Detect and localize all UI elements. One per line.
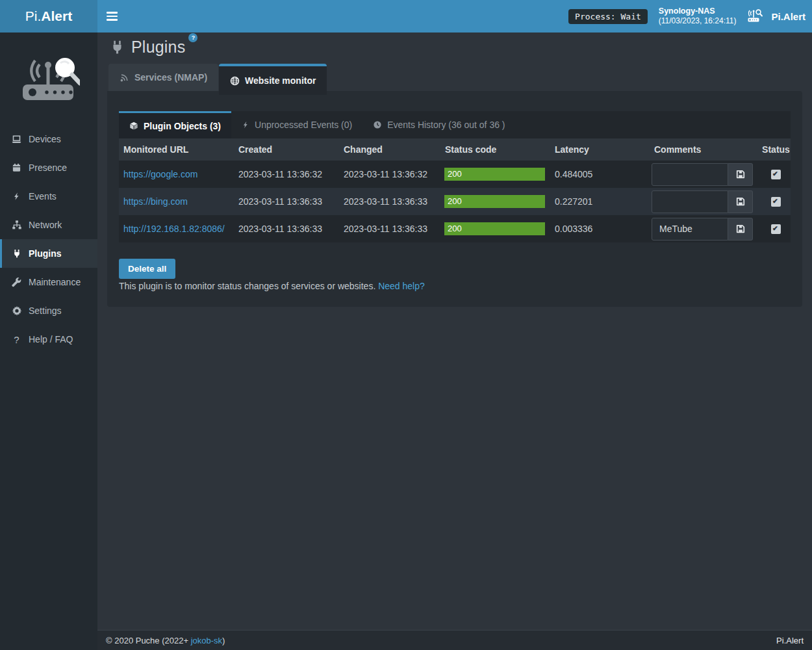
pialert-app: Pi.Alert Process: Wait Synology-NAS (11/… xyxy=(0,0,812,650)
comment-input-group xyxy=(652,218,753,240)
gear-icon xyxy=(10,306,23,316)
router-search-logo xyxy=(18,47,80,109)
status-checkbox[interactable] xyxy=(771,224,781,234)
sidebar-item-settings[interactable]: Settings xyxy=(0,296,97,325)
sidebar-item-label: Events xyxy=(29,191,57,202)
tab-label: Services (NMAP) xyxy=(134,72,207,83)
created-cell: 2023-03-11 13:36:32 xyxy=(234,169,339,179)
laptop-icon xyxy=(10,134,23,144)
changed-cell: 2023-03-11 13:36:33 xyxy=(339,196,444,207)
comment-input[interactable] xyxy=(652,218,728,240)
delete-all-button[interactable]: Delete all xyxy=(119,259,175,279)
tab-label: Website monitor xyxy=(245,75,316,86)
tab-events-history[interactable]: Events History (36 out of 36 ) xyxy=(362,111,515,138)
created-cell: 2023-03-11 13:36:33 xyxy=(234,224,339,234)
sidebar-item-network[interactable]: Network xyxy=(0,211,97,239)
status-checkbox[interactable] xyxy=(771,170,781,179)
wrench-icon xyxy=(10,277,23,287)
tab-unprocessed-events[interactable]: Unprocessed Events (0) xyxy=(231,111,362,138)
save-icon xyxy=(736,170,745,179)
page-header: Plugins ? xyxy=(110,34,197,60)
changed-cell: 2023-03-11 13:36:33 xyxy=(339,224,444,234)
sitemap-icon xyxy=(10,220,23,230)
sidebar-item-events[interactable]: Events xyxy=(0,182,97,211)
header-brand[interactable]: Pi.Alert xyxy=(747,8,806,24)
save-comment-button[interactable] xyxy=(728,190,753,213)
plug-icon xyxy=(10,248,23,259)
sidebar-item-label: Maintenance xyxy=(29,277,81,287)
sidebar-item-label: Devices xyxy=(29,134,61,144)
tab-plugin-objects[interactable]: Plugin Objects (3) xyxy=(119,111,231,138)
bolt-icon xyxy=(242,120,249,129)
need-help-link[interactable]: Need help? xyxy=(378,281,425,291)
created-cell: 2023-03-11 13:36:33 xyxy=(234,196,339,207)
monitored-url-link[interactable]: https://google.com xyxy=(123,169,197,179)
sidebar-item-help[interactable]: ? Help / FAQ xyxy=(0,325,97,354)
save-icon xyxy=(736,224,745,233)
signal-icon xyxy=(120,73,129,83)
hamburger-icon xyxy=(107,12,118,13)
sidebar-item-plugins[interactable]: Plugins xyxy=(0,239,97,268)
copyright-suffix: ) xyxy=(222,636,225,645)
latency-cell: 0.484005 xyxy=(550,169,652,179)
device-name: Synology-NAS xyxy=(659,6,737,16)
save-comment-button[interactable] xyxy=(728,163,753,186)
sidebar-item-label: Settings xyxy=(29,306,62,316)
calendar-icon xyxy=(10,162,23,173)
latency-cell: 0.003336 xyxy=(550,224,652,234)
monitored-urls-table: Monitored URL Created Changed Status cod… xyxy=(119,138,791,242)
sidebar-item-maintenance[interactable]: Maintenance xyxy=(0,268,97,296)
sidebar: Devices Presence Events Network xyxy=(0,32,97,650)
status-code-bar: 200 xyxy=(444,168,545,181)
jokob-sk-link[interactable]: jokob-sk xyxy=(191,636,222,645)
monitored-url-link[interactable]: http://192.168.1.82:8086/ xyxy=(123,224,225,234)
brand-prefix: Pi. xyxy=(25,8,42,24)
device-info: Synology-NAS (11/03/2023, 16:24:11) xyxy=(659,6,737,27)
table-row: http://192.168.1.82:8086/ 2023-03-11 13:… xyxy=(119,215,791,242)
plugin-tabs: Services (NMAP) Website monitor xyxy=(108,64,327,95)
description-text: This plugin is to monitor status changes… xyxy=(119,281,375,291)
status-code-bar: 200 xyxy=(444,195,545,208)
cube-icon xyxy=(129,122,138,131)
tab-website-monitor[interactable]: Website monitor xyxy=(219,64,327,95)
globe-icon xyxy=(230,76,240,86)
sidebar-item-label: Network xyxy=(29,220,62,230)
plugin-description: This plugin is to monitor status changes… xyxy=(119,281,425,291)
save-comment-button[interactable] xyxy=(728,218,753,240)
header-right-cluster: Process: Wait Synology-NAS (11/03/2023, … xyxy=(568,0,806,32)
footer: © 2020 Puche (2022+ jokob-sk) Pi.Alert xyxy=(97,630,812,650)
sidebar-item-label: Help / FAQ xyxy=(29,334,73,344)
comment-input-group xyxy=(652,190,753,213)
page-title: Plugins xyxy=(131,38,185,57)
header-brand-label: Pi.Alert xyxy=(771,11,806,22)
process-status-badge: Process: Wait xyxy=(568,9,648,24)
clock-icon xyxy=(373,120,382,129)
sidebar-menu: Devices Presence Events Network xyxy=(0,125,97,354)
table-row: https://google.com 2023-03-11 13:36:32 2… xyxy=(119,161,791,188)
comment-input-group xyxy=(652,163,753,186)
sidebar-item-devices[interactable]: Devices xyxy=(0,125,97,153)
table-row: https://bing.com 2023-03-11 13:36:33 202… xyxy=(119,188,791,215)
tab-services-nmap[interactable]: Services (NMAP) xyxy=(108,64,218,91)
col-comments: Comments xyxy=(652,144,761,155)
question-icon: ? xyxy=(10,334,23,345)
top-navbar: Pi.Alert Process: Wait Synology-NAS (11/… xyxy=(0,0,812,32)
help-badge[interactable]: ? xyxy=(188,33,197,42)
router-search-icon xyxy=(747,8,766,24)
comment-input[interactable] xyxy=(652,163,728,186)
comment-input[interactable] xyxy=(652,190,728,213)
col-created: Created xyxy=(234,144,339,155)
sidebar-toggle-button[interactable] xyxy=(97,0,127,32)
status-code-bar: 200 xyxy=(444,222,545,235)
sidebar-item-presence[interactable]: Presence xyxy=(0,153,97,182)
monitored-url-link[interactable]: https://bing.com xyxy=(123,196,188,207)
brand-suffix: Alert xyxy=(41,8,72,24)
tab-label: Unprocessed Events (0) xyxy=(255,120,352,130)
brand-logo[interactable]: Pi.Alert xyxy=(0,0,97,32)
plugin-inner-tabs: Plugin Objects (3) Unprocessed Events (0… xyxy=(119,111,791,138)
status-checkbox[interactable] xyxy=(771,197,781,207)
copyright: © 2020 Puche (2022+ jokob-sk) xyxy=(106,636,225,645)
latency-cell: 0.227201 xyxy=(550,196,652,207)
table-header-row: Monitored URL Created Changed Status cod… xyxy=(119,138,791,161)
sidebar-item-label: Presence xyxy=(29,162,67,173)
